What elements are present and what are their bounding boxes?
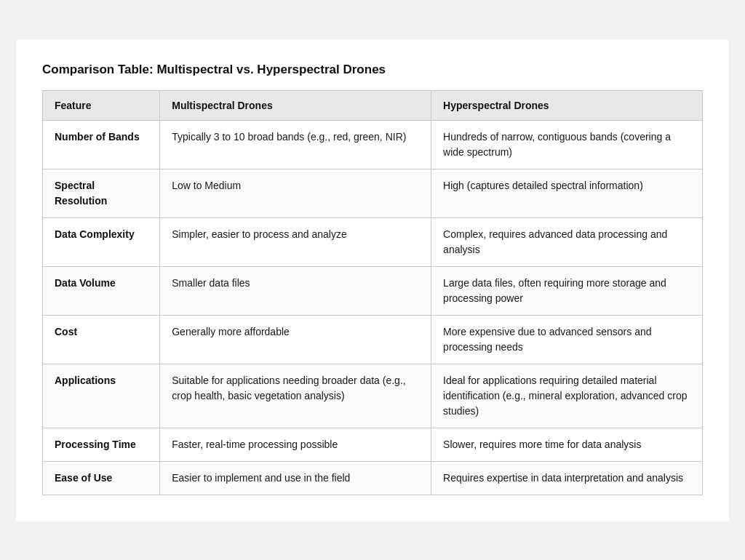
comparison-table: Feature Multispectral Drones Hyperspectr… xyxy=(42,90,703,495)
table-row: Processing TimeFaster, real-time process… xyxy=(43,428,703,461)
cell-multispectral: Generally more affordable xyxy=(160,315,431,364)
col-header-feature: Feature xyxy=(43,90,160,120)
cell-multispectral: Low to Medium xyxy=(160,169,431,217)
cell-hyperspectral: Large data files, often requiring more s… xyxy=(431,266,703,315)
cell-multispectral: Smaller data files xyxy=(160,266,431,315)
table-row: Data VolumeSmaller data filesLarge data … xyxy=(43,266,703,315)
cell-hyperspectral: Requires expertise in data interpretatio… xyxy=(431,461,703,495)
table-row: CostGenerally more affordableMore expens… xyxy=(43,315,703,364)
cell-hyperspectral: High (captures detailed spectral informa… xyxy=(431,169,703,217)
table-row: Ease of UseEasier to implement and use i… xyxy=(43,461,703,495)
cell-feature: Spectral Resolution xyxy=(43,169,160,217)
cell-feature: Data Volume xyxy=(43,266,160,315)
cell-hyperspectral: More expensive due to advanced sensors a… xyxy=(431,315,703,364)
cell-multispectral: Faster, real-time processing possible xyxy=(160,428,431,461)
cell-hyperspectral: Ideal for applications requiring detaile… xyxy=(431,364,703,428)
cell-feature: Number of Bands xyxy=(43,120,160,169)
table-row: Spectral ResolutionLow to MediumHigh (ca… xyxy=(43,169,703,217)
page-title: Comparison Table: Multispectral vs. Hype… xyxy=(42,63,703,77)
col-header-multispectral: Multispectral Drones xyxy=(160,90,431,120)
page-container: Comparison Table: Multispectral vs. Hype… xyxy=(16,39,729,521)
cell-feature: Processing Time xyxy=(43,428,160,461)
cell-hyperspectral: Hundreds of narrow, contiguous bands (co… xyxy=(431,120,703,169)
cell-multispectral: Typically 3 to 10 broad bands (e.g., red… xyxy=(160,120,431,169)
cell-multispectral: Easier to implement and use in the field xyxy=(160,461,431,495)
cell-feature: Ease of Use xyxy=(43,461,160,495)
cell-feature: Applications xyxy=(43,364,160,428)
cell-hyperspectral: Complex, requires advanced data processi… xyxy=(431,217,703,266)
cell-feature: Data Complexity xyxy=(43,217,160,266)
cell-feature: Cost xyxy=(43,315,160,364)
table-row: Data ComplexitySimpler, easier to proces… xyxy=(43,217,703,266)
table-header-row: Feature Multispectral Drones Hyperspectr… xyxy=(43,90,703,120)
cell-multispectral: Suitable for applications needing broade… xyxy=(160,364,431,428)
col-header-hyperspectral: Hyperspectral Drones xyxy=(431,90,703,120)
table-row: ApplicationsSuitable for applications ne… xyxy=(43,364,703,428)
cell-multispectral: Simpler, easier to process and analyze xyxy=(160,217,431,266)
table-row: Number of BandsTypically 3 to 10 broad b… xyxy=(43,120,703,169)
cell-hyperspectral: Slower, requires more time for data anal… xyxy=(431,428,703,461)
